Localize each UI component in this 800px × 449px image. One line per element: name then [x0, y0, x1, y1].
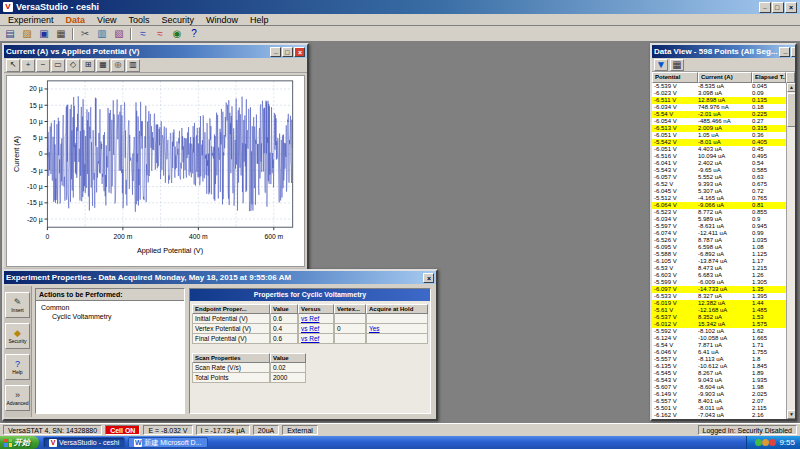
chart-plot-area[interactable]: 0200 m400 m600 m20 µ15 µ10 µ5 µ0-5 µ-10 … — [6, 75, 305, 267]
versus-link[interactable]: vs Ref — [301, 315, 319, 322]
paste-icon[interactable]: ▧ — [111, 27, 127, 41]
table-row[interactable]: -6.135 V-10.612 uA1.845 — [652, 363, 786, 370]
cut-icon[interactable]: ✂ — [77, 27, 93, 41]
table-row[interactable]: -6.023 V3.098 uA0.09 — [652, 90, 786, 97]
app-minimize-button[interactable] — [759, 2, 771, 13]
tray-status-orange-icon[interactable] — [762, 439, 769, 446]
menu-help[interactable]: Help — [244, 15, 275, 25]
table-row[interactable]: -6.095 V6.598 uA1.08 — [652, 244, 786, 251]
cv-chart[interactable]: 0200 m400 m600 m20 µ15 µ10 µ5 µ0-5 µ-10 … — [7, 76, 304, 266]
advanced-button[interactable]: »Advanced — [5, 385, 30, 411]
open-data-file-icon[interactable]: ▨ — [19, 27, 35, 41]
table-row[interactable]: -6.105 V-13.874 uA1.17 — [652, 258, 786, 265]
value-field[interactable]: 2000 — [270, 373, 306, 383]
overlay-graph-icon[interactable]: ≈ — [152, 27, 168, 41]
scroll-down-icon[interactable]: ▼ — [787, 410, 795, 419]
tray-status-green-icon[interactable] — [755, 439, 762, 446]
new-data-file-icon[interactable]: ▤ — [2, 27, 18, 41]
chart-window-title-bar[interactable]: Current (A) vs Applied Potential (V) — [4, 45, 307, 58]
table-row[interactable]: -5.542 V-8.01 uA0.405 — [652, 139, 786, 146]
table-row[interactable]: -6.034 V748.976 nA0.18 — [652, 104, 786, 111]
pointer-icon[interactable]: ↖ — [6, 59, 20, 72]
actions-tree-item-cyclic-voltammetry[interactable]: Cyclic Voltammetry — [36, 311, 184, 320]
segment-select-icon[interactable]: ▦ — [670, 59, 684, 71]
experiment-properties-title-bar[interactable]: Experiment Properties - Data Acquired Mo… — [4, 271, 436, 284]
table-row[interactable]: -5.557 V-8.113 uA1.8 — [652, 356, 786, 363]
table-row[interactable]: -5.54 V-2.01 uA0.225 — [652, 111, 786, 118]
table-row[interactable]: -6.034 V5.989 uA0.9 — [652, 216, 786, 223]
table-row[interactable]: -5.592 V-8.102 uA1.62 — [652, 328, 786, 335]
table-row[interactable]: -5.597 V-8.631 uA0.945 — [652, 223, 786, 230]
table-row[interactable]: -6.046 V6.41 uA1.755 — [652, 349, 786, 356]
table-row[interactable]: -6.543 V9.043 uA1.935 — [652, 377, 786, 384]
acquire-at-hold-link[interactable]: Yes — [369, 325, 380, 332]
taskbar-task[interactable]: W新建 Microsoft D... — [128, 437, 207, 448]
filter-icon[interactable]: ▼ — [654, 59, 668, 71]
data-view-scrollbar[interactable]: ▲ ▼ — [786, 83, 795, 419]
data-view-minimize-button[interactable] — [779, 47, 790, 57]
chart-close-button[interactable] — [294, 47, 305, 57]
scrollbar-thumb[interactable] — [787, 93, 795, 127]
column-header[interactable]: Current (A) — [698, 72, 752, 83]
security-button[interactable]: ◆Security — [5, 323, 30, 349]
table-row[interactable]: -6.557 V8.401 uA2.07 — [652, 398, 786, 405]
table-row[interactable]: -6.526 V8.787 uA1.035 — [652, 237, 786, 244]
table-row[interactable]: -6.041 V2.402 uA0.54 — [652, 160, 786, 167]
table-row[interactable]: -6.124 V-10.058 uA1.665 — [652, 335, 786, 342]
table-row[interactable]: -6.012 V15.342 uA1.575 — [652, 321, 786, 328]
table-row[interactable]: -5.599 V-6.009 uA1.305 — [652, 279, 786, 286]
menu-window[interactable]: Window — [200, 15, 244, 25]
grid-toggle-icon[interactable]: ▦ — [96, 59, 110, 72]
table-row[interactable]: -6.019 V12.382 uA1.44 — [652, 300, 786, 307]
copy-icon[interactable]: ▥ — [94, 27, 110, 41]
actions-tree-group[interactable]: Common — [36, 301, 184, 311]
column-header[interactable]: Elapsed T... — [752, 72, 786, 83]
menu-tools[interactable]: Tools — [122, 15, 155, 25]
table-row[interactable]: -6.051 V1.05 uA0.36 — [652, 132, 786, 139]
table-row[interactable]: -5.539 V-8.535 uA0.045 — [652, 83, 786, 90]
table-row[interactable]: -6.057 V5.552 uA0.63 — [652, 174, 786, 181]
table-row[interactable]: -6.097 V-14.733 uA1.35 — [652, 286, 786, 293]
menu-view[interactable]: View — [91, 15, 122, 25]
table-row[interactable]: -6.149 V-9.903 uA2.025 — [652, 391, 786, 398]
axes-settings-icon[interactable]: ⊞ — [81, 59, 95, 72]
add-graph-icon[interactable]: ≈ — [135, 27, 151, 41]
chart-minimize-button[interactable] — [270, 47, 281, 57]
data-view-title-bar[interactable]: Data View - 598 Points (All Seg... — [652, 45, 795, 58]
table-row[interactable]: -5.588 V-6.892 uA1.125 — [652, 251, 786, 258]
app-maximize-button[interactable] — [772, 2, 784, 13]
value-field[interactable]: 0.02 — [270, 363, 306, 373]
table-row[interactable]: -6.064 V-9.066 uA0.81 — [652, 202, 786, 209]
table-row[interactable]: -6.54 V7.871 uA1.71 — [652, 342, 786, 349]
table-row[interactable]: -6.533 V8.327 uA1.395 — [652, 293, 786, 300]
help-icon[interactable]: ? — [186, 27, 202, 41]
table-row[interactable]: -6.074 V-12.411 uA0.99 — [652, 230, 786, 237]
data-cursor-icon[interactable]: ◎ — [111, 59, 125, 72]
table-row[interactable]: -5.61 V-12.168 uA1.485 — [652, 307, 786, 314]
menu-experiment[interactable]: Experiment — [2, 15, 60, 25]
help-button[interactable]: ?Help — [5, 354, 30, 380]
table-row[interactable]: -6.045 V5.307 uA0.72 — [652, 188, 786, 195]
print-icon[interactable]: ▦ — [53, 27, 69, 41]
table-row[interactable]: -6.051 V4.403 uA0.45 — [652, 146, 786, 153]
tray-status-red-icon[interactable] — [769, 439, 776, 446]
table-row[interactable]: -6.603 V6.683 uA1.26 — [652, 272, 786, 279]
zoom-graph-icon[interactable]: ◉ — [169, 27, 185, 41]
table-row[interactable]: -6.162 V-7.043 uA2.16 — [652, 412, 786, 419]
table-row[interactable]: -5.512 V-4.165 uA0.765 — [652, 195, 786, 202]
table-row[interactable]: -6.53 V8.473 uA1.215 — [652, 265, 786, 272]
table-row[interactable]: -6.516 V10.094 uA0.495 — [652, 153, 786, 160]
scroll-up-icon[interactable]: ▲ — [787, 83, 795, 92]
versus-link[interactable]: vs Ref — [301, 335, 319, 342]
table-row[interactable]: -5.607 V-8.604 uA1.98 — [652, 384, 786, 391]
taskbar-task[interactable]: VVersaStudio - ceshi — [43, 437, 125, 448]
pan-icon[interactable]: ◇ — [66, 59, 80, 72]
value-field[interactable]: 0.6 — [270, 314, 298, 324]
table-row[interactable]: -5.501 V-8.011 uA2.115 — [652, 405, 786, 412]
chart-maximize-button[interactable] — [282, 47, 293, 57]
app-close-button[interactable] — [785, 2, 797, 13]
table-row[interactable]: -6.523 V8.772 uA0.855 — [652, 209, 786, 216]
copy-graph-icon[interactable]: ▥ — [126, 59, 140, 72]
table-row[interactable]: -6.511 V12.898 uA0.135 — [652, 97, 786, 104]
versus-link[interactable]: vs Ref — [301, 325, 319, 332]
